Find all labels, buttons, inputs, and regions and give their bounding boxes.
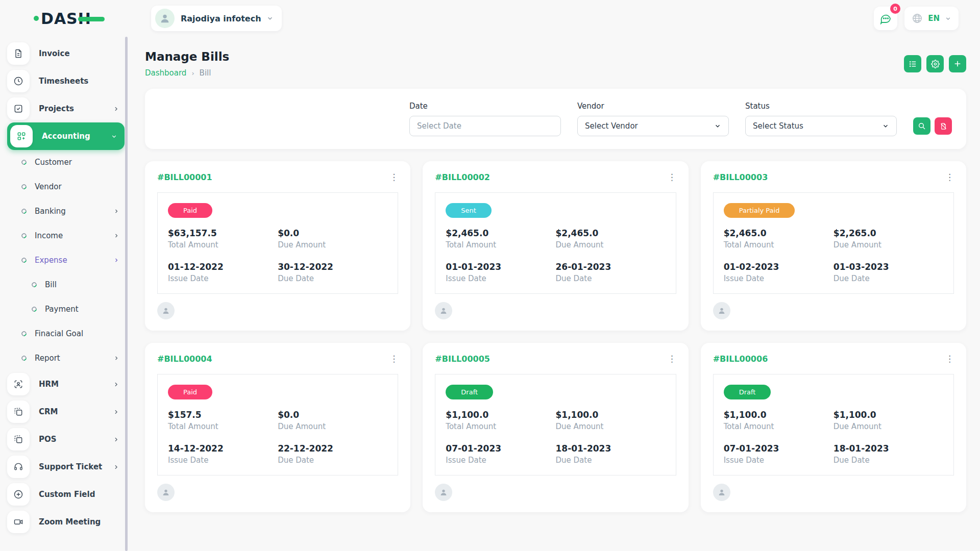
bill-id-link[interactable]: #BILL00004 <box>157 354 212 364</box>
sidebar-item-accounting[interactable]: Accounting <box>7 122 125 150</box>
page-title: Manage Bills <box>145 50 229 63</box>
sidebar-item-vendor[interactable]: Vendor <box>7 174 129 199</box>
accounting-grid-icon <box>10 125 33 147</box>
plus-icon <box>953 60 962 68</box>
sidebar-item-support-ticket[interactable]: Support Ticket <box>7 453 129 481</box>
total-amount-value: $2,465.0 <box>724 228 834 238</box>
vendor-avatar[interactable] <box>435 484 452 501</box>
bill-id-link[interactable]: #BILL00003 <box>713 172 768 182</box>
sidebar-item-finacial-goal[interactable]: Finacial Goal <box>7 321 129 346</box>
app-logo[interactable]: DASH <box>34 10 105 28</box>
vendor-avatar[interactable] <box>157 302 175 319</box>
issue-date-value: 14-12-2022 <box>168 443 278 454</box>
sidebar-item-timesheets[interactable]: Timesheets <box>7 67 129 95</box>
logo-zone: DASH <box>0 10 129 28</box>
breadcrumb-dashboard-link[interactable]: Dashboard <box>145 68 186 78</box>
sidebar-item-label: Vendor <box>35 182 62 191</box>
search-button[interactable] <box>913 117 930 135</box>
bill-card: #BILL00001 ⋮ Paid $63,157.5Total Amount … <box>145 161 410 331</box>
plus-circle-icon <box>7 483 30 506</box>
status-field: Status Select Status <box>745 102 897 136</box>
total-amount-label: Total Amount <box>446 240 555 249</box>
chevron-right-icon <box>113 208 119 214</box>
bill-card: #BILL00005 ⋮ Draft $1,100.0Total Amount … <box>423 343 688 512</box>
header-actions <box>904 55 966 72</box>
sidebar-item-pos[interactable]: POS <box>7 425 129 453</box>
sidebar-item-expense[interactable]: Expense <box>7 248 129 272</box>
total-amount-value: $1,100.0 <box>724 410 834 420</box>
breadcrumb-current: Bill <box>200 68 211 78</box>
vendor-avatar[interactable] <box>157 484 175 501</box>
due-amount-value: $0.0 <box>278 228 387 238</box>
kebab-menu-icon[interactable]: ⋮ <box>945 173 954 182</box>
sidebar-item-label: HRM <box>39 380 59 389</box>
gear-icon <box>931 60 940 68</box>
issue-date-value: 07-01-2023 <box>724 443 834 454</box>
total-amount-label: Total Amount <box>168 240 278 249</box>
due-amount-label: Due Amount <box>555 422 665 431</box>
sidebar-item-income[interactable]: Income <box>7 223 129 248</box>
messages-button[interactable]: 0 <box>874 7 897 30</box>
vendor-avatar[interactable] <box>435 302 452 319</box>
user-icon <box>159 13 170 24</box>
vendor-avatar[interactable] <box>713 484 730 501</box>
status-label: Status <box>745 102 897 111</box>
search-icon <box>918 122 926 130</box>
kebab-menu-icon[interactable]: ⋮ <box>668 355 676 363</box>
list-view-button[interactable] <box>904 55 921 72</box>
bill-id-link[interactable]: #BILL00001 <box>157 172 212 182</box>
sidebar-item-bill[interactable]: Bill <box>7 272 129 297</box>
sidebar-item-zoom-meeting[interactable]: Zoom Meeting <box>7 508 129 536</box>
bill-card: #BILL00006 ⋮ Draft $1,100.0Total Amount … <box>701 343 966 512</box>
chevron-right-icon <box>113 464 119 470</box>
sidebar-item-label: CRM <box>39 407 58 416</box>
sidebar-item-payment[interactable]: Payment <box>7 297 129 321</box>
sidebar-item-customer[interactable]: Customer <box>7 150 129 174</box>
breadcrumb-separator-icon: › <box>191 69 194 77</box>
issue-date-value: 07-01-2023 <box>446 443 555 454</box>
settings-button[interactable] <box>926 55 944 72</box>
sidebar-item-label: Payment <box>45 305 79 314</box>
due-amount-label: Due Amount <box>555 240 665 249</box>
chevron-down-icon <box>266 15 274 22</box>
status-badge: Sent <box>446 203 492 218</box>
due-date-value: 01-03-2023 <box>834 262 943 272</box>
sidebar-item-hrm[interactable]: HRM <box>7 370 129 398</box>
user-icon <box>718 488 726 496</box>
add-bill-button[interactable] <box>949 55 966 72</box>
bill-id-link[interactable]: #BILL00002 <box>435 172 490 182</box>
kebab-menu-icon[interactable]: ⋮ <box>389 173 398 182</box>
sidebar-item-banking[interactable]: Banking <box>7 199 129 223</box>
sidebar-item-report[interactable]: Report <box>7 346 129 370</box>
vendor-field: Vendor Select Vendor <box>577 102 729 136</box>
breadcrumb: Dashboard › Bill <box>145 68 229 78</box>
status-select[interactable]: Select Status <box>745 116 897 136</box>
kebab-menu-icon[interactable]: ⋮ <box>668 173 676 182</box>
bill-details-box: Draft $1,100.0Total Amount $1,100.0Due A… <box>713 374 954 475</box>
sidebar-item-label: Custom Field <box>39 490 95 499</box>
sidebar-scrollbar[interactable] <box>125 37 128 551</box>
kebab-menu-icon[interactable]: ⋮ <box>389 355 398 363</box>
user-icon <box>439 307 448 315</box>
sidebar-item-label: Finacial Goal <box>35 329 83 338</box>
vendor-select-value: Select Vendor <box>585 121 638 131</box>
company-selector[interactable]: Rajodiya infotech <box>151 6 282 31</box>
sidebar-item-label: Customer <box>35 158 72 167</box>
due-amount-value: $0.0 <box>278 410 387 420</box>
sidebar-item-custom-field[interactable]: Custom Field <box>7 481 129 508</box>
reset-filter-button[interactable] <box>935 117 952 135</box>
sidebar-item-projects[interactable]: Projects <box>7 95 129 122</box>
issue-date-label: Issue Date <box>724 274 834 283</box>
kebab-menu-icon[interactable]: ⋮ <box>945 355 954 363</box>
vendor-avatar[interactable] <box>713 302 730 319</box>
date-input[interactable] <box>409 116 561 136</box>
sidebar-item-crm[interactable]: CRM <box>7 398 129 425</box>
bill-id-link[interactable]: #BILL00006 <box>713 354 768 364</box>
sidebar-item-invoice[interactable]: Invoice <box>7 40 129 67</box>
language-selector[interactable]: EN <box>904 7 959 30</box>
vendor-select[interactable]: Select Vendor <box>577 116 729 136</box>
issue-date-label: Issue Date <box>724 456 834 465</box>
headphones-icon <box>7 456 30 478</box>
bill-id-link[interactable]: #BILL00005 <box>435 354 490 364</box>
chevron-right-icon <box>113 409 119 415</box>
